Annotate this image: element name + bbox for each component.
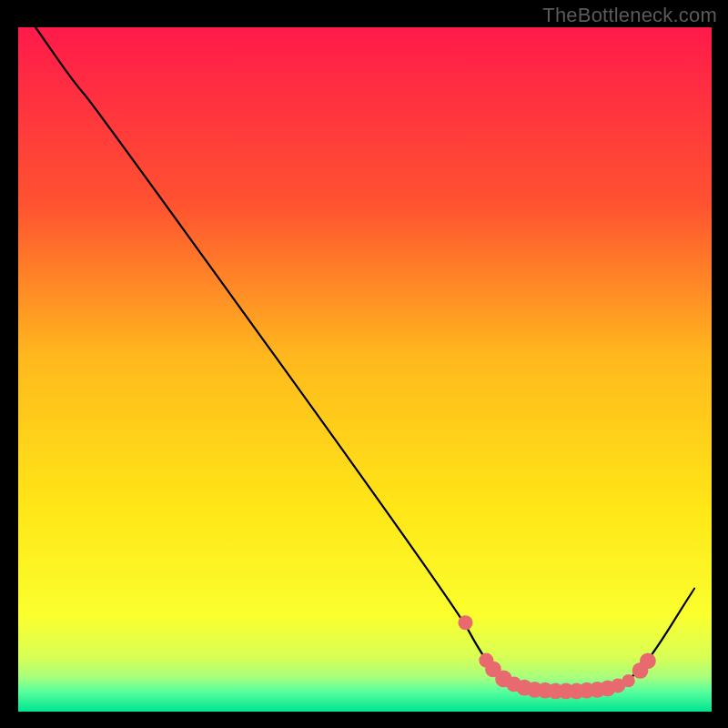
data-point — [640, 652, 656, 669]
data-point — [622, 674, 634, 687]
data-point — [458, 615, 472, 630]
chart-root: TheBottleneck.com — [0, 0, 728, 728]
chart-background — [18, 27, 712, 712]
watermark-text: TheBottleneck.com — [542, 4, 717, 27]
chart-svg — [0, 0, 728, 728]
